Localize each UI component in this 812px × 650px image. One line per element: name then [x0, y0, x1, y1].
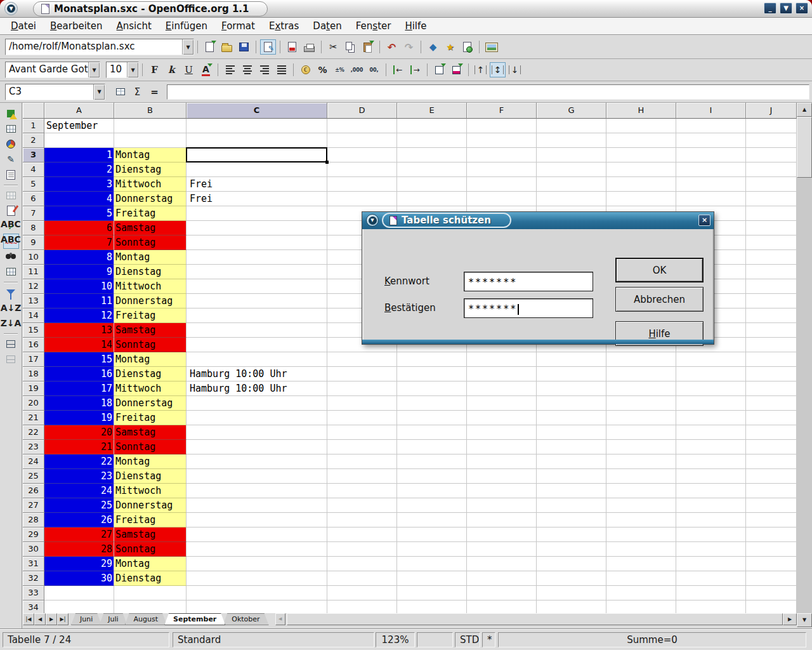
cell-H28[interactable]	[606, 513, 676, 527]
password-field-kennwort[interactable]: *******	[464, 272, 593, 291]
cell-C20[interactable]	[187, 396, 327, 411]
cell-D24[interactable]	[327, 454, 397, 469]
cell-G24[interactable]	[537, 454, 606, 469]
row-header-33[interactable]: 33	[23, 586, 44, 600]
cell-H26[interactable]	[606, 484, 676, 498]
cell-E27[interactable]	[397, 498, 467, 513]
cell-C14[interactable]	[187, 308, 327, 323]
cell-E24[interactable]	[397, 454, 467, 469]
cell-B6[interactable]: Donnerstag	[114, 192, 187, 206]
cell-I19[interactable]	[676, 381, 746, 396]
cell-D6[interactable]	[327, 192, 397, 206]
cell-C29[interactable]	[187, 527, 327, 542]
cell-A7[interactable]: 5	[44, 206, 114, 221]
cell-J18[interactable]	[746, 367, 797, 381]
cell-E25[interactable]	[397, 469, 467, 484]
cell-A20[interactable]: 18	[44, 396, 114, 411]
cell-B11[interactable]: Dienstag	[114, 265, 187, 279]
cell-C31[interactable]	[187, 557, 327, 571]
cell-B7[interactable]: Freitag	[114, 206, 187, 221]
cell-G26[interactable]	[537, 484, 606, 498]
cell-C9[interactable]	[187, 235, 327, 250]
cell-G17[interactable]	[537, 352, 606, 367]
cell-F31[interactable]	[467, 557, 537, 571]
cell-E32[interactable]	[397, 571, 467, 586]
cell-I5[interactable]	[676, 177, 746, 192]
print-icon[interactable]	[301, 39, 317, 55]
align-left-icon[interactable]	[222, 62, 238, 77]
dialog-menu-button[interactable]: ▼	[366, 214, 379, 227]
cell-F19[interactable]	[467, 381, 537, 396]
cell-B28[interactable]: Freitag	[114, 513, 187, 527]
cell-A17[interactable]: 15	[44, 352, 114, 367]
paste-icon[interactable]	[360, 39, 376, 55]
menu-daten[interactable]: Daten	[306, 19, 348, 33]
cell-J20[interactable]	[746, 396, 797, 411]
cell-H30[interactable]	[606, 542, 676, 557]
status-page-style[interactable]: Standard	[173, 632, 374, 647]
cell-F6[interactable]	[467, 192, 537, 206]
cell-J15[interactable]	[746, 323, 797, 338]
cell-I23[interactable]	[676, 440, 746, 454]
vertical-scrollbar[interactable]: ▲ ▼	[797, 103, 812, 627]
cell-C23[interactable]	[187, 440, 327, 454]
cell-E28[interactable]	[397, 513, 467, 527]
insert-form-icon[interactable]	[3, 167, 19, 182]
cell-B18[interactable]: Dienstag	[114, 367, 187, 381]
cell-D4[interactable]	[327, 162, 397, 177]
row-header-19[interactable]: 19	[23, 381, 44, 396]
row-header-32[interactable]: 32	[23, 571, 44, 586]
cell-I29[interactable]	[676, 527, 746, 542]
select-all-corner[interactable]	[23, 103, 44, 119]
cell-G1[interactable]	[537, 119, 606, 133]
cell-A16[interactable]: 14	[44, 338, 114, 352]
column-header-F[interactable]: F	[467, 103, 537, 119]
cell-F25[interactable]	[467, 469, 537, 484]
cell-C17[interactable]	[187, 352, 327, 367]
save-icon[interactable]	[236, 39, 252, 55]
cell-G33[interactable]	[537, 586, 606, 600]
cell-G34[interactable]	[537, 600, 606, 613]
scroll-right-icon[interactable]: ▶	[783, 613, 797, 625]
bold-icon[interactable]: F	[147, 62, 162, 77]
cell-C26[interactable]	[187, 484, 327, 498]
cell-C7[interactable]	[187, 206, 327, 221]
cell-A27[interactable]: 25	[44, 498, 114, 513]
cell-D1[interactable]	[327, 119, 397, 133]
cell-E20[interactable]	[397, 396, 467, 411]
cell-F21[interactable]	[467, 411, 537, 425]
cell-C2[interactable]	[187, 133, 327, 148]
sheet-tab-august[interactable]: August	[125, 613, 167, 625]
menu-ansicht[interactable]: Ansicht	[109, 19, 158, 33]
cell-G2[interactable]	[537, 133, 606, 148]
align-justify-icon[interactable]	[273, 62, 289, 77]
row-header-30[interactable]: 30	[23, 542, 44, 557]
row-header-28[interactable]: 28	[23, 513, 44, 527]
row-header-11[interactable]: 11	[23, 265, 44, 279]
underline-icon[interactable]: U	[181, 62, 197, 77]
chevron-down-icon[interactable]: ▼	[127, 62, 138, 77]
cell-J1[interactable]	[746, 119, 797, 133]
menu-fenster[interactable]: Fenster	[349, 19, 398, 33]
cell-I17[interactable]	[676, 352, 746, 367]
column-header-I[interactable]: I	[676, 103, 746, 119]
align-bottom-icon[interactable]: ↓	[507, 62, 523, 77]
abbrechen-button[interactable]: Abbrechen	[615, 287, 704, 312]
dialog-titlebar[interactable]: ▼ Tabelle schützen ×	[362, 212, 714, 229]
cell-E31[interactable]	[397, 557, 467, 571]
cell-D18[interactable]	[327, 367, 397, 381]
cell-E18[interactable]	[397, 367, 467, 381]
cell-C1[interactable]	[187, 119, 327, 133]
cell-D20[interactable]	[327, 396, 397, 411]
cell-C33[interactable]	[187, 586, 327, 600]
cell-D33[interactable]	[327, 586, 397, 600]
cell-A26[interactable]: 24	[44, 484, 114, 498]
cell-A18[interactable]: 16	[44, 367, 114, 381]
row-header-31[interactable]: 31	[23, 557, 44, 571]
cell-A5[interactable]: 3	[44, 177, 114, 192]
cell-I18[interactable]	[676, 367, 746, 381]
cell-J14[interactable]	[746, 308, 797, 323]
cell-G6[interactable]	[537, 192, 606, 206]
cell-A12[interactable]: 10	[44, 279, 114, 294]
cell-C32[interactable]	[187, 571, 327, 586]
